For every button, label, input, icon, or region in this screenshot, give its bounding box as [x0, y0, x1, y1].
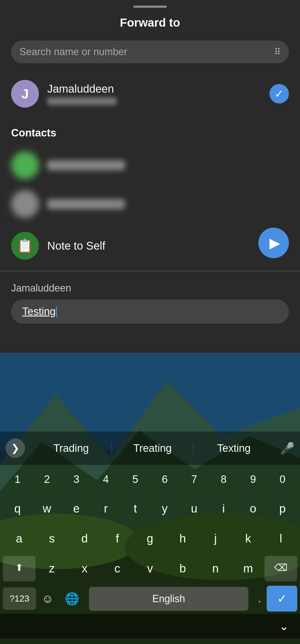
- contact-item-1[interactable]: [0, 146, 300, 185]
- key-p[interactable]: p: [268, 496, 297, 521]
- key-7[interactable]: 7: [179, 467, 209, 491]
- key-r[interactable]: r: [91, 496, 121, 521]
- key-m[interactable]: m: [232, 556, 264, 581]
- number-row: 1 2 3 4 5 6 7 8 9 0: [0, 465, 300, 494]
- contact-name-blurred-1: [47, 160, 125, 170]
- num-sym-key[interactable]: ?123: [3, 587, 36, 610]
- page-title: Forward to: [11, 16, 289, 29]
- avatar-contact-1: [11, 151, 39, 179]
- key-1[interactable]: 1: [3, 467, 32, 491]
- note-icon: 📋: [17, 238, 33, 253]
- avatar-contact-2: [11, 190, 39, 218]
- key-k[interactable]: k: [232, 526, 264, 551]
- key-z[interactable]: z: [36, 556, 68, 581]
- key-s[interactable]: s: [36, 526, 68, 551]
- search-placeholder: Search name or number: [19, 46, 274, 58]
- contact-item-2[interactable]: [0, 185, 300, 224]
- key-l[interactable]: l: [264, 526, 297, 551]
- selected-check-circle: ✓: [269, 84, 289, 103]
- mic-icon[interactable]: 🎤: [280, 442, 294, 455]
- row-qwerty: q w e r t y u i o p: [0, 494, 300, 524]
- emoji-key[interactable]: ☺: [36, 588, 59, 610]
- key-u[interactable]: u: [179, 496, 209, 521]
- key-5[interactable]: 5: [121, 467, 150, 491]
- suggestion-items: Trading Treating Texting: [31, 442, 274, 454]
- suggestions-bar: ❯ Trading Treating Texting 🎤: [0, 432, 300, 465]
- enter-key[interactable]: ✓: [267, 586, 297, 612]
- compose-input[interactable]: Testing: [11, 300, 289, 324]
- key-x[interactable]: x: [68, 556, 101, 581]
- bottom-row: ?123 ☺ 🌐 English . ✓: [0, 584, 300, 614]
- shift-key[interactable]: ⬆: [3, 556, 36, 581]
- suggestion-2[interactable]: Treating: [112, 442, 193, 454]
- contact-sub-blurred: [47, 97, 117, 105]
- bottom-nav: ⌄: [0, 614, 300, 638]
- drag-handle: [133, 6, 167, 8]
- key-c[interactable]: c: [101, 556, 134, 581]
- key-y[interactable]: y: [150, 496, 179, 521]
- row-asdf: a s d f g h j k l: [0, 524, 300, 554]
- key-w[interactable]: w: [32, 496, 62, 521]
- contact-info: Jamaluddeen: [47, 83, 269, 105]
- note-to-self-name: Note to Self: [47, 240, 105, 252]
- enter-check-icon: ✓: [277, 592, 287, 605]
- grid-icon[interactable]: ⠿: [274, 47, 281, 57]
- send-icon: ▶: [269, 235, 280, 251]
- compose-area: Jamaluddeen Testing: [0, 277, 300, 329]
- key-4[interactable]: 4: [91, 467, 121, 491]
- note-to-self-info: Note to Self: [47, 240, 105, 252]
- send-button[interactable]: ▶: [258, 228, 289, 258]
- key-f[interactable]: f: [101, 526, 134, 551]
- key-2[interactable]: 2: [32, 467, 62, 491]
- key-a[interactable]: a: [3, 526, 36, 551]
- key-6[interactable]: 6: [150, 467, 179, 491]
- suggestion-1[interactable]: Trading: [31, 442, 112, 454]
- note-to-self-item[interactable]: 📋 Note to Self: [0, 226, 300, 265]
- keyboard-section: ❯ Trading Treating Texting 🎤 1 2 3 4 5 6…: [0, 432, 300, 644]
- row-zxcv: ⬆ z x c v b n m ⌫: [0, 554, 300, 584]
- compose-recipient: Jamaluddeen: [11, 282, 289, 294]
- key-j[interactable]: j: [199, 526, 232, 551]
- key-d[interactable]: d: [68, 526, 101, 551]
- avatar-note: 📋: [11, 232, 39, 260]
- search-bar[interactable]: Search name or number ⠿: [11, 40, 289, 63]
- key-8[interactable]: 8: [209, 467, 238, 491]
- key-h[interactable]: h: [166, 526, 199, 551]
- key-3[interactable]: 3: [62, 467, 91, 491]
- key-g[interactable]: g: [134, 526, 166, 551]
- avatar-j: J: [11, 80, 39, 108]
- keyboard-content: ❯ Trading Treating Texting 🎤 1 2 3 4 5 6…: [0, 432, 300, 644]
- key-o[interactable]: o: [238, 496, 268, 521]
- key-0[interactable]: 0: [268, 467, 297, 491]
- key-i[interactable]: i: [209, 496, 238, 521]
- backspace-key[interactable]: ⌫: [264, 556, 297, 581]
- forward-to-section: Forward to Search name or number ⠿ J Jam…: [0, 16, 300, 127]
- key-b[interactable]: b: [166, 556, 199, 581]
- contact-name: Jamaluddeen: [47, 83, 269, 95]
- suggestion-expand-button[interactable]: ❯: [6, 438, 25, 458]
- key-9[interactable]: 9: [238, 467, 268, 491]
- key-t[interactable]: t: [121, 496, 150, 521]
- contact-name-blurred-2: [47, 199, 125, 209]
- divider: [0, 271, 300, 271]
- key-e[interactable]: e: [62, 496, 91, 521]
- key-v[interactable]: v: [134, 556, 166, 581]
- key-n[interactable]: n: [199, 556, 232, 581]
- compose-cursor: [56, 306, 57, 317]
- suggestion-3[interactable]: Texting: [193, 442, 274, 454]
- key-q[interactable]: q: [3, 496, 32, 521]
- selected-contact-item[interactable]: J Jamaluddeen ✓: [11, 74, 289, 113]
- keyboard-dismiss-button[interactable]: ⌄: [279, 619, 289, 633]
- check-icon: ✓: [274, 87, 284, 100]
- arrow-right-icon: ❯: [11, 442, 19, 454]
- contacts-section-label: Contacts: [0, 127, 300, 139]
- spacebar-key[interactable]: English: [89, 587, 249, 611]
- compose-text[interactable]: Testing: [22, 306, 56, 318]
- globe-key[interactable]: 🌐: [59, 588, 85, 610]
- period-key[interactable]: .: [252, 587, 267, 611]
